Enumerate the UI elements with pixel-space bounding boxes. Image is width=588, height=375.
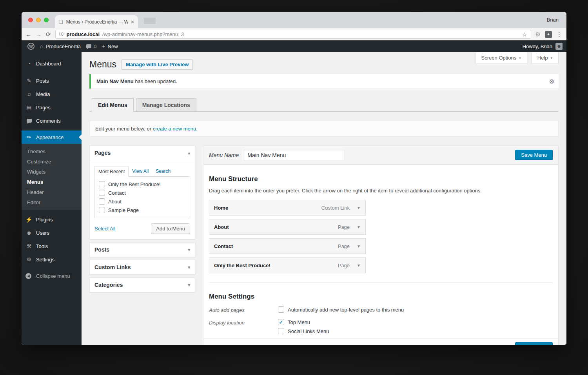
refresh-icon[interactable]: ⟳ xyxy=(46,31,51,38)
sidebar-item-tools[interactable]: ⚒ Tools xyxy=(22,239,82,253)
extension-gear-icon[interactable]: ⚙ xyxy=(535,31,541,38)
wordpress-logo-icon: W xyxy=(27,43,34,50)
chevron-down-icon[interactable]: ▾ xyxy=(188,247,190,252)
chevron-down-icon[interactable]: ▼ xyxy=(357,263,361,268)
help-button[interactable]: Help ▾ xyxy=(531,52,559,64)
sidebar-item-comments[interactable]: Comments xyxy=(22,114,82,127)
comments-shortcut[interactable]: 0 xyxy=(83,40,99,52)
chevron-down-icon[interactable]: ▼ xyxy=(357,206,361,210)
tab-search[interactable]: Search xyxy=(152,167,174,176)
sidebar-item-plugins[interactable]: ⚡ Plugins xyxy=(22,213,82,226)
notice-text: has been updated. xyxy=(134,78,177,84)
checkbox[interactable]: ✓ xyxy=(99,198,105,205)
checkbox[interactable]: ✓ xyxy=(278,306,284,313)
new-tab-button[interactable] xyxy=(144,18,156,24)
screen-options-button[interactable]: Screen Options ▾ xyxy=(475,52,527,64)
tab-view-all[interactable]: View All xyxy=(129,167,152,176)
menu-item-type: Page xyxy=(338,243,350,249)
location-top-menu-option[interactable]: ✓ Top Menu xyxy=(278,319,329,325)
appearance-submenu: Themes Customize Widgets Menus Header Ed… xyxy=(22,144,82,210)
checkbox[interactable]: ✓ xyxy=(99,207,105,213)
chevron-down-icon[interactable]: ▾ xyxy=(188,265,190,270)
auto-add-option[interactable]: ✓ Automatically add new top-level pages … xyxy=(278,306,404,313)
tab-manage-locations[interactable]: Manage Locations xyxy=(136,98,196,112)
url-bar[interactable]: ⓘ produce.local/wp-admin/nav-menus.php?m… xyxy=(55,30,531,39)
tab-edit-menus[interactable]: Edit Menus xyxy=(92,98,134,112)
page-checkbox-row[interactable]: ✓ Sample Page xyxy=(99,206,186,214)
checkbox[interactable]: ✓ xyxy=(99,190,105,196)
browser-profile-name[interactable]: Brian xyxy=(547,17,559,23)
browser-menu-icon[interactable]: ⋮ xyxy=(556,31,563,38)
new-label: New xyxy=(108,43,118,49)
pages-panel-header[interactable]: Pages ▴ xyxy=(90,146,195,160)
sidebar-item-posts[interactable]: ✎ Posts xyxy=(22,74,82,87)
tab-close-icon[interactable]: × xyxy=(131,19,134,25)
maximize-window-button[interactable] xyxy=(44,18,49,22)
new-content-menu[interactable]: + New xyxy=(99,40,120,52)
submenu-item-widgets[interactable]: Widgets xyxy=(22,167,82,177)
minimize-window-button[interactable] xyxy=(36,18,41,22)
select-all-link[interactable]: Select All xyxy=(94,226,115,232)
custom-links-accordion[interactable]: Custom Links ▾ xyxy=(89,260,195,275)
menu-item-only-best-produce[interactable]: Only the Best Produce! Page ▼ xyxy=(209,257,366,273)
forward-icon[interactable]: → xyxy=(36,31,42,38)
page-checkbox-row[interactable]: ✓ About xyxy=(99,197,186,206)
submenu-item-editor[interactable]: Editor xyxy=(22,197,82,207)
submenu-item-themes[interactable]: Themes xyxy=(22,146,82,156)
extension-bulb-icon[interactable]: ✦ xyxy=(545,31,552,38)
sidebar-item-settings[interactable]: ⚙ Settings xyxy=(22,253,82,266)
dismiss-notice-icon[interactable]: ⊗ xyxy=(549,78,554,85)
bookmark-star-icon[interactable]: ☆ xyxy=(522,31,527,38)
posts-accordion[interactable]: Posts ▾ xyxy=(89,242,195,257)
edit-bar-suffix: . xyxy=(196,126,198,132)
tab-title: Menus ‹ ProduceEnertia — Wo xyxy=(66,19,128,25)
sidebar-item-users[interactable]: ☻ Users xyxy=(22,226,82,239)
location-social-links-option[interactable]: ✓ Social Links Menu xyxy=(278,328,329,334)
chevron-down-icon[interactable]: ▼ xyxy=(357,225,361,229)
chevron-down-icon[interactable]: ▾ xyxy=(188,283,190,288)
sidebar-item-pages[interactable]: ▤ Pages xyxy=(22,101,82,114)
categories-accordion[interactable]: Categories ▾ xyxy=(89,277,195,292)
add-to-menu-button[interactable]: Add to Menu xyxy=(151,223,190,234)
site-name-menu[interactable]: ⌂ ProduceEnertia xyxy=(37,40,83,52)
close-window-button[interactable] xyxy=(28,18,33,22)
page-checkbox-row[interactable]: ✓ Only the Best Produce! xyxy=(99,180,186,188)
checkbox-checked[interactable]: ✓ xyxy=(278,319,284,325)
sidebar-item-media[interactable]: ♫ Media xyxy=(22,87,82,101)
howdy-greeting[interactable]: Howdy, Brian xyxy=(523,43,552,49)
chevron-down-icon[interactable]: ▼ xyxy=(357,244,361,248)
sidebar-item-label: Users xyxy=(36,230,49,236)
checkbox[interactable]: ✓ xyxy=(99,181,105,187)
save-menu-button[interactable]: Save Menu xyxy=(515,150,553,160)
back-icon[interactable]: ← xyxy=(25,31,31,38)
wp-logo-menu[interactable]: W xyxy=(25,40,37,52)
admin-sidebar: ◔ Dashboard ✎ Posts ♫ Media ▤ Pages Comm… xyxy=(22,52,82,345)
sidebar-item-collapse-menu[interactable]: ◀ Collapse menu xyxy=(22,269,82,283)
submenu-item-header[interactable]: Header xyxy=(22,187,82,197)
sidebar-item-label: Collapse menu xyxy=(36,273,70,279)
tab-most-recent[interactable]: Most Recent xyxy=(94,167,129,177)
site-info-icon[interactable]: ⓘ xyxy=(59,31,64,38)
page-title: Menus xyxy=(89,58,116,70)
plugins-icon: ⚡ xyxy=(25,216,33,223)
page-checkbox-row[interactable]: ✓ Contact xyxy=(99,188,186,197)
checkbox[interactable]: ✓ xyxy=(278,328,284,334)
menu-settings-title: Menu Settings xyxy=(209,293,553,301)
create-new-menu-link[interactable]: create a new menu xyxy=(153,126,196,132)
user-avatar[interactable]: ☻ xyxy=(555,43,563,50)
sidebar-item-appearance[interactable]: ✑ Appearance xyxy=(22,130,82,144)
menu-name-input[interactable] xyxy=(244,150,345,160)
menu-item-about[interactable]: About Page ▼ xyxy=(209,219,366,235)
browser-tab[interactable]: ❏ Menus ‹ ProduceEnertia — Wo × xyxy=(55,15,138,28)
editor-footer-bar: Save Menu xyxy=(203,339,558,345)
save-menu-button-bottom[interactable]: Save Menu xyxy=(515,342,553,345)
pages-panel-title: Pages xyxy=(94,150,111,156)
submenu-item-customize[interactable]: Customize xyxy=(22,156,82,167)
submenu-item-menus[interactable]: Menus xyxy=(22,177,82,187)
collapse-up-icon[interactable]: ▴ xyxy=(188,150,190,156)
manage-live-preview-button[interactable]: Manage with Live Preview xyxy=(122,59,193,70)
menu-item-contact[interactable]: Contact Page ▼ xyxy=(209,238,366,254)
sidebar-item-dashboard[interactable]: ◔ Dashboard xyxy=(22,57,82,70)
menu-item-home[interactable]: Home Custom Link ▼ xyxy=(209,200,366,216)
wp-admin-bar: W ⌂ ProduceEnertia 0 + New Howdy, Brian … xyxy=(22,40,566,52)
